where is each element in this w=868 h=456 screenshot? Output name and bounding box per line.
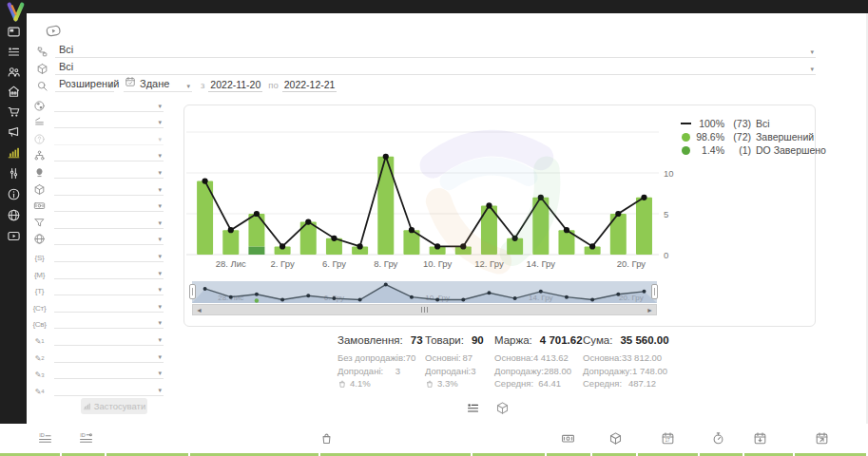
filter-site-select[interactable]: ▾ bbox=[54, 231, 164, 245]
sidebar-item-video[interactable] bbox=[6, 228, 21, 243]
column-date-in-icon[interactable] bbox=[753, 431, 767, 449]
sidebar-item-info[interactable] bbox=[6, 186, 21, 201]
filter-custom-4-select[interactable]: ▾ bbox=[54, 382, 164, 396]
date-field-select[interactable]: Здане ▾ bbox=[124, 76, 192, 92]
navigator-left-handle[interactable] bbox=[189, 284, 196, 299]
filter-var-sv[interactable]: {Св}▾ bbox=[32, 313, 164, 330]
filter-custom-1-select[interactable]: ▾ bbox=[54, 332, 164, 346]
filter-var-sv-select[interactable]: ▾ bbox=[54, 314, 164, 329]
date-from-input[interactable]: 2022-11-20 bbox=[208, 79, 262, 92]
sidebar-item-automation[interactable] bbox=[6, 165, 21, 180]
sidebar-item-customers[interactable] bbox=[6, 64, 21, 79]
toggle-products-view[interactable] bbox=[494, 400, 511, 416]
stat-subrow: Допродажу:1 748.00 bbox=[583, 365, 656, 378]
filter-custom-3[interactable]: ✎3▾ bbox=[32, 363, 164, 380]
chart-navigator[interactable]: 28. Лис6. Гру10. Гру14. Гру20. Гру bbox=[192, 281, 657, 303]
filter-custom-3-select[interactable]: ▾ bbox=[54, 365, 164, 379]
category-select[interactable]: Всі ▾ bbox=[55, 42, 816, 58]
sidebar-item-marketing[interactable] bbox=[6, 124, 21, 139]
filter-country-select[interactable]: ▾ bbox=[54, 98, 164, 112]
navigator-green-point bbox=[255, 298, 259, 302]
navigator-point bbox=[410, 295, 414, 299]
filter-var-m-select[interactable]: ▾ bbox=[54, 265, 164, 279]
filter-var-t[interactable]: {T}▾ bbox=[32, 279, 164, 296]
column-money-icon[interactable] bbox=[561, 431, 575, 449]
column-date-out-icon[interactable] bbox=[815, 431, 829, 449]
filter-var-m[interactable]: {M}▾ bbox=[32, 262, 164, 279]
filter-manager-select[interactable]: ▾ bbox=[54, 164, 164, 179]
filter-structure-select[interactable]: ▾ bbox=[54, 147, 164, 162]
filter-status-rules-select[interactable]: ▾ bbox=[54, 114, 164, 128]
scroll-left-icon[interactable]: ◄ bbox=[193, 307, 205, 314]
chevron-down-icon: ▾ bbox=[158, 219, 162, 226]
column-id-ref-icon[interactable]: ID bbox=[79, 431, 93, 449]
filter-var-s[interactable]: {S}▾ bbox=[32, 245, 164, 262]
stat-subrow: Допродані:3 bbox=[338, 365, 400, 378]
navigator-point bbox=[332, 296, 336, 300]
y-tick-label: 5 bbox=[664, 209, 668, 219]
column-time-icon[interactable] bbox=[711, 431, 725, 449]
filter-payment-select[interactable]: ▾ bbox=[54, 198, 164, 212]
legend-count: (1) bbox=[724, 144, 751, 156]
navigator-right-handle[interactable] bbox=[651, 284, 658, 299]
apply-button[interactable]: Застосувати bbox=[81, 398, 147, 414]
filter-funnel[interactable]: ▾ bbox=[32, 212, 164, 229]
filter-custom-1[interactable]: ✎1▾ bbox=[32, 329, 164, 346]
filter-unknown[interactable]: ▾ bbox=[32, 128, 164, 145]
filter-unknown-select[interactable]: ▾ bbox=[54, 131, 164, 145]
line-point bbox=[305, 219, 311, 225]
svg-text:ID: ID bbox=[80, 432, 86, 438]
filter-var-st-select[interactable]: ▾ bbox=[54, 298, 164, 313]
product-select[interactable]: Всі ▾ bbox=[55, 59, 816, 75]
text-filter-icon: ✎1 bbox=[32, 337, 47, 346]
filter-product-select[interactable]: ▾ bbox=[54, 181, 164, 196]
filter-custom-4[interactable]: ✎4▾ bbox=[32, 379, 164, 396]
filter-var-s-select[interactable]: ▾ bbox=[54, 248, 164, 262]
globe-filter-icon bbox=[32, 100, 47, 112]
filter-country[interactable]: ▾ bbox=[32, 95, 164, 112]
navigator-point bbox=[487, 291, 491, 294]
filter-funnel-select[interactable]: ▾ bbox=[54, 215, 164, 229]
bag-percent-icon bbox=[338, 379, 347, 389]
x-tick-label: 8. Гру bbox=[374, 258, 397, 269]
toggle-orders-view[interactable] bbox=[465, 400, 481, 416]
column-date-icon[interactable]: 17 bbox=[661, 431, 675, 449]
filter-site[interactable]: ▾ bbox=[32, 229, 164, 246]
legend-dot-marker bbox=[679, 146, 692, 155]
filter-var-t-select[interactable]: ▾ bbox=[54, 281, 164, 295]
filter-structure[interactable]: ▾ bbox=[32, 145, 164, 162]
filter-payment[interactable]: ▾ bbox=[32, 196, 164, 213]
navigator-point bbox=[565, 295, 569, 299]
sidebar-item-cart[interactable] bbox=[6, 104, 21, 119]
legend-item[interactable]: 98.6%(72)Завершений bbox=[679, 130, 826, 143]
sidebar-item-orders[interactable] bbox=[6, 44, 21, 59]
stat-subrow: Допродажу:288.00 bbox=[494, 365, 561, 378]
mode-select[interactable]: Розширений ▾ bbox=[55, 76, 114, 92]
sidebar-item-store[interactable] bbox=[6, 84, 21, 99]
stat-title: Товари:90 bbox=[425, 334, 473, 346]
legend-item[interactable]: 1.4%(1)DO Завершено bbox=[679, 143, 826, 157]
demo-video-icon[interactable] bbox=[44, 22, 63, 45]
filter-custom-2-select[interactable]: ▾ bbox=[54, 349, 164, 363]
scroll-right-icon[interactable]: ► bbox=[644, 307, 656, 314]
filter-var-st[interactable]: {Ст}▾ bbox=[32, 295, 164, 313]
filter-status-rules[interactable]: ▾ bbox=[32, 112, 164, 129]
column-id-icon[interactable]: ID bbox=[38, 431, 52, 449]
scrollbar-grip-icon[interactable] bbox=[421, 307, 428, 313]
sidebar-item-analytics[interactable] bbox=[6, 144, 21, 160]
stat-orders: Замовлення:73Без допродажів:70Допродані:… bbox=[338, 334, 400, 390]
legend-item[interactable]: 100%(73)Всі bbox=[679, 117, 826, 130]
filter-product[interactable]: ▾ bbox=[32, 179, 164, 196]
filter-manager[interactable]: ▾ bbox=[32, 162, 164, 179]
legend-label: Всі bbox=[756, 118, 770, 129]
flow-tree-icon bbox=[36, 46, 49, 58]
navigator-point bbox=[539, 290, 543, 294]
column-bag-icon[interactable] bbox=[319, 431, 334, 449]
navigator-scrollbar[interactable]: ◄ ► bbox=[192, 304, 657, 315]
column-product-icon[interactable] bbox=[608, 431, 623, 449]
filter-custom-2[interactable]: ✎2▾ bbox=[32, 346, 164, 363]
sidebar-item-network[interactable] bbox=[6, 207, 21, 222]
date-to-input[interactable]: 2022-12-21 bbox=[282, 79, 338, 92]
sidebar-item-dashboard[interactable] bbox=[6, 24, 21, 39]
date-to-label: по bbox=[268, 80, 278, 92]
